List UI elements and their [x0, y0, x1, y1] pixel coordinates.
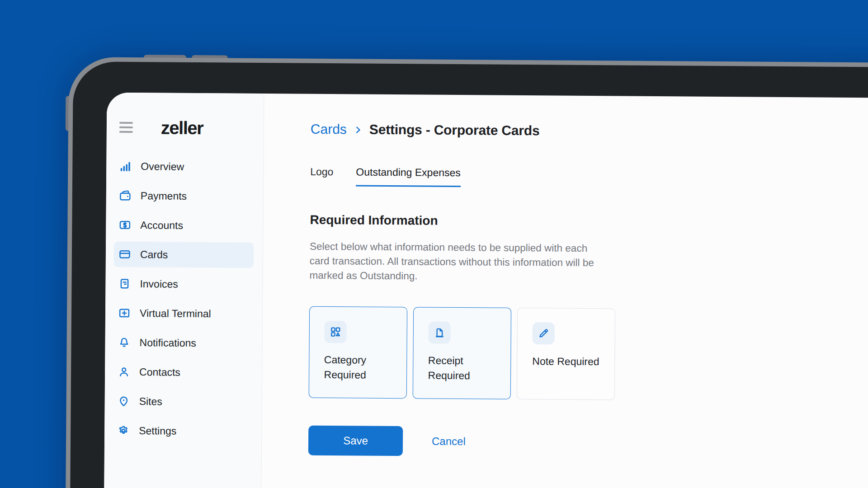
hamburger-menu-icon[interactable]: [119, 122, 133, 133]
tab-bar: Logo Outstanding Expenses: [310, 165, 868, 192]
sidebar-item-cards[interactable]: Cards: [114, 242, 254, 268]
tab-outstanding-expenses[interactable]: Outstanding Expenses: [356, 165, 461, 187]
icon-chip: [324, 320, 346, 343]
sidebar-item-accounts[interactable]: Accounts: [114, 212, 254, 239]
sidebar-item-label: Cards: [140, 249, 168, 261]
option-label: Receipt Required: [428, 353, 495, 383]
option-label: Category Required: [324, 352, 392, 382]
sidebar-item-label: Invoices: [140, 278, 178, 291]
form-actions: Save Cancel: [308, 426, 868, 461]
sidebar-item-overview[interactable]: Overview: [114, 154, 254, 180]
cancel-button[interactable]: Cancel: [432, 435, 466, 448]
sidebar-item-label: Notifications: [139, 337, 196, 349]
breadcrumb: Cards Settings - Corporate Cards: [311, 120, 868, 144]
sidebar-item-label: Settings: [139, 425, 176, 437]
receipt-document-icon: [433, 326, 445, 338]
page-title: Settings - Corporate Cards: [369, 122, 540, 139]
tablet-device: zeller Overview Payments: [64, 57, 868, 488]
sidebar-item-sites[interactable]: Sites: [113, 389, 252, 415]
icon-chip: [533, 322, 555, 344]
page-background: zeller Overview Payments: [0, 0, 868, 488]
sidebar-item-settings[interactable]: Settings: [113, 418, 252, 444]
sidebar-item-label: Sites: [139, 395, 162, 408]
icon-chip: [428, 321, 450, 343]
sidebar-item-notifications[interactable]: Notifications: [113, 330, 253, 356]
sidebar-item-label: Overview: [141, 160, 184, 173]
person-icon: [118, 366, 130, 378]
credit-card-icon: [118, 248, 131, 261]
breadcrumb-chevron-icon: [353, 125, 363, 135]
sidebar-item-label: Contacts: [139, 366, 180, 379]
sidebar: zeller Overview Payments: [103, 93, 264, 488]
option-category-required[interactable]: Category Required: [309, 306, 407, 399]
gear-icon: [117, 424, 130, 437]
sidebar-item-label: Accounts: [140, 219, 183, 232]
category-grid-icon: [329, 326, 341, 338]
section-description: Select below what information needs to b…: [310, 239, 609, 285]
breadcrumb-cards-link[interactable]: Cards: [311, 122, 347, 137]
required-options: Category Required Receipt Required Note …: [309, 306, 868, 404]
tab-logo[interactable]: Logo: [310, 165, 333, 186]
section-heading: Required Information: [310, 212, 868, 233]
tablet-screen: zeller Overview Payments: [103, 93, 868, 488]
sidebar-item-payments[interactable]: Payments: [114, 183, 254, 209]
sidebar-item-virtual-terminal[interactable]: Virtual Terminal: [113, 300, 253, 327]
map-pin-icon: [118, 395, 130, 408]
terminal-plus-icon: [118, 307, 131, 319]
bell-icon: [118, 336, 130, 349]
invoice-icon: [118, 277, 131, 290]
option-receipt-required[interactable]: Receipt Required: [413, 307, 511, 399]
sidebar-item-contacts[interactable]: Contacts: [113, 359, 253, 385]
option-label: Note Required: [532, 354, 600, 369]
wallet-icon: [119, 189, 132, 202]
sidebar-item-invoices[interactable]: Invoices: [113, 271, 253, 297]
dollar-card-icon: [118, 219, 131, 231]
sidebar-item-label: Payments: [141, 190, 187, 202]
sidebar-header: zeller: [107, 116, 264, 140]
option-note-required[interactable]: Note Required: [517, 308, 615, 400]
main-content: Cards Settings - Corporate Cards Logo Ou…: [260, 94, 868, 488]
bar-chart-icon: [119, 160, 132, 173]
pencil-icon: [538, 327, 550, 339]
sidebar-item-label: Virtual Terminal: [140, 307, 211, 320]
zeller-logo: zeller: [161, 117, 203, 138]
sidebar-nav: Overview Payments Accounts: [104, 154, 263, 444]
save-button[interactable]: Save: [308, 426, 403, 456]
